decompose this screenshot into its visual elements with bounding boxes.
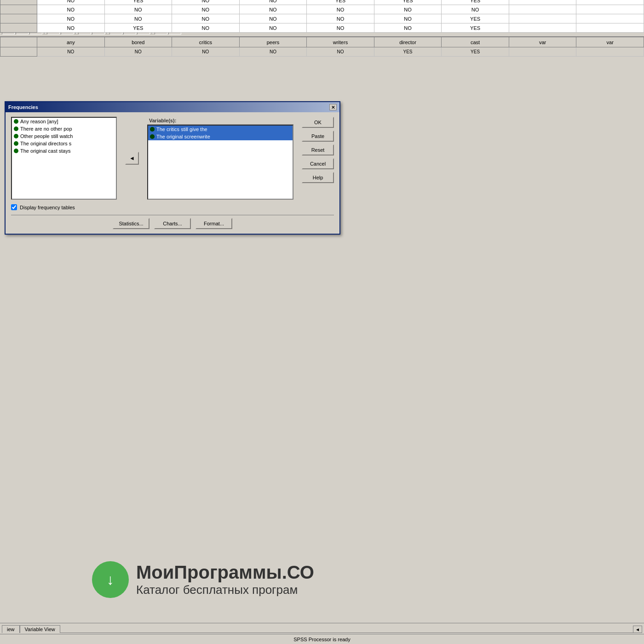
watermark-icon: ↓	[92, 561, 129, 598]
display-freq-label: Display frequency tables	[20, 205, 75, 210]
cell-any[interactable]: NO	[37, 14, 105, 23]
col-header-writers[interactable]: writers	[307, 37, 374, 47]
cell-cast[interactable]: YES	[442, 14, 509, 23]
cell-bored[interactable]: YES	[104, 23, 172, 33]
tab-bar: iew Variable View ◄	[0, 623, 644, 634]
watermark-sub-text: Каталог бесплатных програм	[136, 583, 314, 597]
cell-var2[interactable]	[576, 5, 644, 14]
cell-cast[interactable]: NO	[442, 5, 509, 14]
statistics-button[interactable]: Statistics...	[113, 218, 150, 229]
row-subheader-var1	[509, 47, 576, 57]
target-bullet-0	[150, 127, 155, 132]
cell-director[interactable]: NO	[374, 14, 442, 23]
row-num-cell	[0, 23, 37, 33]
cell-var2[interactable]	[576, 23, 644, 33]
watermark: ↓ МоиПрограммы.СО Каталог бесплатных про…	[92, 561, 314, 598]
watermark-main-text: МоиПрограммы.СО	[136, 562, 314, 583]
col-header-bored[interactable]: bored	[104, 37, 172, 47]
dialog-body: Any reason [any] There are no other pop …	[6, 112, 339, 234]
cell-bored[interactable]: NO	[104, 5, 172, 14]
reset-button[interactable]: Reset	[302, 144, 334, 155]
col-header-any[interactable]: any	[37, 37, 105, 47]
cell-any[interactable]: NO	[37, 23, 105, 33]
cell-writers[interactable]: NO	[307, 5, 374, 14]
cell-critics[interactable]: NO	[172, 23, 240, 33]
bullet-icon-1	[14, 126, 18, 131]
row-num-cell	[0, 5, 37, 14]
source-list[interactable]: Any reason [any] There are no other pop …	[11, 117, 117, 200]
source-item-4[interactable]: The original cast stays	[12, 147, 116, 155]
help-button[interactable]: Help	[302, 172, 334, 183]
cell-critics[interactable]: NO	[172, 14, 240, 23]
row-subheader-writers: NO	[307, 47, 374, 57]
col-header-rownum	[0, 37, 37, 47]
cell-writers[interactable]: NO	[307, 14, 374, 23]
cell-director[interactable]: NO	[374, 23, 442, 33]
cancel-button[interactable]: Cancel	[302, 158, 334, 169]
target-list[interactable]: The critics still give the The original …	[147, 125, 293, 200]
source-item-0[interactable]: Any reason [any]	[12, 118, 116, 125]
bullet-icon-3	[14, 141, 18, 146]
table-row: NOYESNONOYESYESYES	[0, 0, 644, 5]
cell-peers[interactable]: NO	[239, 23, 307, 33]
bullet-icon-4	[14, 149, 18, 153]
cell-any[interactable]: NO	[37, 5, 105, 14]
col-header-peers[interactable]: peers	[239, 37, 307, 47]
variable-label: Variable(s):	[147, 117, 293, 125]
target-bullet-1	[150, 134, 155, 139]
col-header-var1[interactable]: var	[509, 37, 576, 47]
bullet-icon-0	[14, 119, 18, 124]
cell-var2[interactable]	[576, 14, 644, 23]
target-item-0[interactable]: The critics still give the	[148, 126, 293, 133]
status-text: SPSS Processor is ready	[293, 637, 351, 642]
cell-peers[interactable]: NO	[239, 5, 307, 14]
source-item-2[interactable]: Other people still watch	[12, 132, 116, 140]
row-subheader-cast: YES	[442, 47, 509, 57]
col-header-var2[interactable]: var	[576, 37, 644, 47]
cell-critics[interactable]: NO	[172, 5, 240, 14]
transfer-arrow-button[interactable]: ◄	[125, 152, 139, 165]
row-subheader-peers: NO	[239, 47, 307, 57]
cell-any[interactable]: NO	[37, 0, 105, 5]
cell-bored[interactable]: NO	[104, 14, 172, 23]
cell-var1[interactable]	[509, 0, 576, 5]
cell-peers[interactable]: NO	[239, 0, 307, 5]
dialog-main-row: Any reason [any] There are no other pop …	[11, 117, 334, 200]
cell-cast[interactable]: YES	[442, 23, 509, 33]
paste-button[interactable]: Paste	[302, 131, 334, 142]
row-subheader-critics: NO	[172, 47, 240, 57]
tab-data-view[interactable]: iew	[2, 625, 20, 633]
status-bar: SPSS Processor is ready	[0, 634, 644, 644]
source-item-3[interactable]: The original directors s	[12, 140, 116, 147]
cell-director[interactable]: NO	[374, 5, 442, 14]
source-item-label-3: The original directors s	[20, 141, 71, 146]
source-item-label-0: Any reason [any]	[20, 119, 58, 124]
cell-critics[interactable]: NO	[172, 0, 240, 5]
dialog-bottom-buttons: Statistics... Charts... Format...	[11, 215, 334, 229]
cell-director[interactable]: YES	[374, 0, 442, 5]
display-freq-checkbox[interactable]	[11, 204, 17, 210]
col-header-director[interactable]: director	[374, 37, 442, 47]
col-header-critics[interactable]: critics	[172, 37, 240, 47]
cell-writers[interactable]: NO	[307, 23, 374, 33]
cell-cast[interactable]: YES	[442, 0, 509, 5]
charts-button[interactable]: Charts...	[154, 218, 191, 229]
bullet-icon-2	[14, 134, 18, 138]
source-item-1[interactable]: There are no other pop	[12, 125, 116, 132]
format-button[interactable]: Format...	[196, 218, 232, 229]
cell-var2[interactable]	[576, 0, 644, 5]
cell-writers[interactable]: YES	[307, 0, 374, 5]
col-header-cast[interactable]: cast	[442, 37, 509, 47]
row-subheader-var2	[576, 47, 644, 57]
watermark-icon-symbol: ↓	[107, 571, 114, 588]
target-item-1[interactable]: The original screenwrite	[148, 133, 293, 140]
tab-variable-view[interactable]: Variable View	[20, 625, 60, 633]
cell-var1[interactable]	[509, 5, 576, 14]
dialog-close-button[interactable]: ✕	[329, 104, 337, 110]
row-subheader-any: NO	[37, 47, 105, 57]
cell-peers[interactable]: NO	[239, 14, 307, 23]
ok-button[interactable]: OK	[302, 117, 334, 128]
cell-var1[interactable]	[509, 14, 576, 23]
cell-var1[interactable]	[509, 23, 576, 33]
cell-bored[interactable]: YES	[104, 0, 172, 5]
